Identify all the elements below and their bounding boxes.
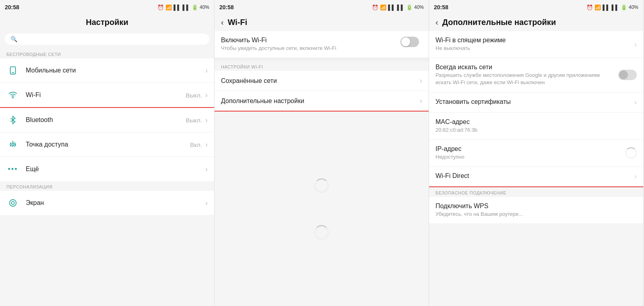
wps-sub: Убедитесь, что на Вашем роутере... [436,211,637,218]
wifi-empty-area [215,112,429,306]
bluetooth-icon-wrapper [6,114,19,126]
wifi-chevron: › [205,91,208,99]
ip-spinner [625,147,637,159]
wifi-sleep-item[interactable]: Wi-Fi в спящем режиме Не выключать › [429,31,643,58]
saved-networks-content: Сохранённые сети › [221,76,422,85]
wifi-icon-wrapper [6,89,19,101]
section-wireless-label: БЕСПРОВОДНЫЕ СЕТИ [0,49,214,58]
mac-address-title: MAC-адрес [436,118,637,126]
install-certs-content: Установить сертификаты [436,98,631,106]
wps-item[interactable]: Подключить WPS Убедитесь, что на Вашем р… [429,197,643,224]
more-item[interactable]: ••• Ещё › [0,157,214,181]
mobile-label: Мобильные сети [26,67,205,74]
status-icons-2: ⏰ 📶 ▌▌ ▌▌ 🔋 40% [372,4,424,10]
advanced-list: Wi-Fi в спящем режиме Не выключать › Все… [429,31,643,187]
alarm-icon: ⏰ [157,4,164,10]
hotspot-item[interactable]: Точка доступа Вкл. › [0,132,214,157]
saved-networks-item[interactable]: Сохранённые сети › [215,71,429,91]
always-search-content: Всегда искать сети Разрешить службе мест… [436,64,615,86]
install-certs-item[interactable]: Установить сертификаты › [429,93,643,113]
advanced-header-title: Дополнительные настройки [442,18,556,27]
advanced-settings-item[interactable]: Дополнительные настройки › [215,91,429,112]
wifi-direct-title: Wi-Fi Direct [436,172,631,180]
battery-icon-2: 🔋 [406,4,413,10]
always-search-sub: Разрешить службе местоположения Google и… [436,72,615,86]
wifi-label: Wi-Fi [26,91,186,99]
battery-text-1: 40% [200,4,209,10]
wifi-icon [8,91,17,99]
wifi-spinner-1 [314,178,329,193]
always-search-title: Всегда искать сети [436,64,615,71]
svg-point-3 [12,143,14,146]
status-icons-1: ⏰ 📶 ▌▌ ▌▌ 🔋 40% [157,4,209,10]
mac-address-item: MAC-адрес 20:82:c0:ad:76:3b [429,113,643,140]
mobile-networks-item[interactable]: Мобильные сети › [0,58,214,83]
advanced-header: ‹ Дополнительные настройки [429,14,643,31]
section-personalization-label: ПЕРСОНАЛИЗАЦИЯ [0,181,214,191]
mac-address-sub: 20:82:c0:ad:76:3b [436,126,637,134]
back-icon-advanced[interactable]: ‹ [436,18,438,27]
hotspot-value: Вкл. [190,141,202,148]
divider-1 [215,58,429,61]
signal-icon-2: ▌▌ [388,4,395,10]
install-certs-chevron: › [634,98,637,107]
wps-content: Подключить WPS Убедитесь, что на Вашем р… [436,203,637,218]
bluetooth-item[interactable]: Bluetooth Выкл. › [0,108,214,132]
battery-icon-3: 🔋 [621,4,627,10]
status-time-2: 20:58 [219,4,234,10]
wifi-header-title: Wi-Fi [228,18,248,27]
panel-wifi: 20:58 ⏰ 📶 ▌▌ ▌▌ 🔋 40% ‹ Wi-Fi Включить W… [215,0,429,306]
always-search-toggle-knob [619,70,628,79]
alarm-icon-2: ⏰ [372,4,378,10]
always-search-toggle[interactable] [618,70,637,80]
wifi-enable-desc: Чтобы увидеть доступные сети, включите W… [221,45,400,52]
svg-point-6 [10,200,17,207]
ip-address-content: IP-адрес Недоступно [436,145,622,161]
wifi-value: Выкл. [186,92,202,99]
mac-address-content: MAC-адрес 20:82:c0:ad:76:3b [436,118,637,134]
ip-address-item: IP-адрес Недоступно [429,140,643,167]
wifi-sleep-content: Wi-Fi в спящем режиме Не выключать [436,37,631,52]
settings-header: Настройки [0,14,214,32]
advanced-settings-chevron: › [420,97,422,105]
more-icon-wrapper: ••• [6,163,19,176]
bluetooth-label: Bluetooth [26,116,186,124]
status-time-1: 20:58 [5,4,19,10]
status-bar-1: 20:58 ⏰ 📶 ▌▌ ▌▌ 🔋 40% [0,0,214,14]
wifi-toggle[interactable] [400,37,419,47]
battery-text-3: 40% [629,4,638,10]
always-search-item[interactable]: Всегда искать сети Разрешить службе мест… [429,58,643,92]
more-item-content: Ещё › [26,165,208,174]
wireless-list: Мобильные сети › Wi-Fi Выкл. › [0,58,214,181]
svg-point-2 [12,97,13,98]
alarm-icon-3: ⏰ [586,4,593,10]
screen-icon [8,198,17,207]
bluetooth-value: Выкл. [186,117,202,124]
advanced-settings-content: Дополнительные настройки › [221,97,422,105]
search-bar[interactable]: 🔍 [5,33,209,45]
hotspot-chevron: › [205,141,208,149]
personalization-list: Экран › [0,191,214,215]
more-label: Ещё [26,165,205,173]
screen-item[interactable]: Экран › [0,191,214,215]
wifi-sleep-chevron: › [634,40,637,49]
wifi-direct-content: Wi-Fi Direct [436,172,631,180]
wifi-item[interactable]: Wi-Fi Выкл. › [0,83,214,108]
wifi-settings-list: Сохранённые сети › Дополнительные настро… [215,71,429,112]
back-icon-wifi[interactable]: ‹ [221,18,224,27]
wifi-direct-item[interactable]: Wi-Fi Direct › [429,167,643,187]
svg-rect-0 [10,67,16,74]
svg-point-7 [11,201,14,204]
screen-icon-wrapper [6,196,19,209]
hotspot-label: Точка доступа [26,141,190,148]
install-certs-title: Установить сертификаты [436,98,631,105]
battery-icon: 🔋 [192,4,198,10]
bluetooth-item-content: Bluetooth Выкл. › [26,116,208,124]
bluetooth-chevron: › [205,116,208,124]
status-bar-2: 20:58 ⏰ 📶 ▌▌ ▌▌ 🔋 40% [215,0,429,14]
mobile-chevron: › [205,66,208,75]
safe-connection-label: БЕЗОПАСНОЕ ПОДКЛЮЧЕНИЕ [429,187,643,197]
signal-icon-3: ▌▌ [603,4,610,10]
wifi-status-icon: 📶 [165,4,172,10]
bluetooth-icon [8,116,17,124]
